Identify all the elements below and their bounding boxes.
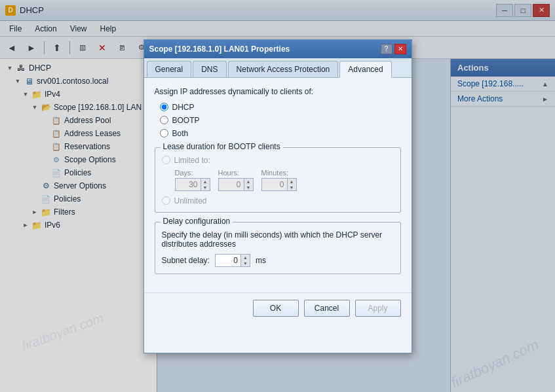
radio-both-input[interactable] (160, 129, 168, 137)
delay-row: Subnet delay: ▲ ▼ ms (162, 254, 394, 267)
radio-unlimited-label: Unlimited (174, 196, 207, 205)
radio-dhcp-input[interactable] (160, 103, 168, 111)
apply-button[interactable]: Apply (355, 300, 401, 317)
subnet-delay-up[interactable]: ▲ (241, 255, 250, 260)
subnet-delay-control: ▲ ▼ (215, 254, 250, 267)
radio-limited-input[interactable] (162, 156, 170, 164)
delay-group: Delay configuration Specify the delay (i… (155, 222, 401, 274)
spinner-minutes-btns: ▲ ▼ (288, 178, 297, 191)
spinner-days-down[interactable]: ▼ (201, 185, 210, 190)
spinner-days-label: Days: (175, 169, 210, 177)
spinner-days: Days: ▲ ▼ (175, 169, 210, 191)
radio-dhcp-label: DHCP (172, 103, 195, 112)
spinner-hours: Hours: ▲ ▼ (218, 169, 254, 191)
radio-unlimited-input[interactable] (162, 196, 170, 205)
radio-bootp-input[interactable] (160, 116, 168, 124)
radio-limited[interactable]: Limited to: (162, 156, 394, 165)
spinner-hours-label: Hours: (218, 169, 254, 177)
radio-limited-label: Limited to: (174, 156, 210, 165)
bootp-group: Lease duration for BOOTP clients Limited… (155, 147, 401, 213)
tab-nap[interactable]: Network Access Protection (228, 61, 339, 77)
dialog-title-controls[interactable]: ? ✕ (381, 44, 406, 54)
spinner-minutes-control: ▲ ▼ (261, 178, 297, 191)
dialog-title-bar: Scope [192.168.1.0] LAN01 Properties ? ✕ (144, 40, 411, 58)
dialog-overlay: Scope [192.168.1.0] LAN01 Properties ? ✕… (0, 0, 555, 392)
spinner-hours-up[interactable]: ▲ (244, 179, 253, 185)
spinner-days-btns: ▲ ▼ (201, 178, 210, 191)
ms-label: ms (256, 256, 266, 265)
spinner-days-control: ▲ ▼ (175, 178, 210, 191)
dialog-buttons: OK Cancel Apply (144, 293, 411, 326)
spinner-minutes-down[interactable]: ▼ (288, 185, 296, 190)
subnet-delay-input[interactable] (215, 254, 241, 267)
delay-desc: Specify the delay (in milli seconds) wit… (162, 230, 394, 249)
spinner-minutes: Minutes: ▲ ▼ (261, 169, 297, 191)
bootp-group-title: Lease duration for BOOTP clients (161, 142, 283, 151)
spinner-minutes-up[interactable]: ▲ (288, 179, 296, 185)
spinner-days-up[interactable]: ▲ (201, 179, 210, 185)
subnet-delay-btns: ▲ ▼ (241, 254, 250, 267)
dialog-desc: Assign IP addresses dynamically to clien… (155, 87, 401, 96)
radio-unlimited[interactable]: Unlimited (162, 196, 394, 205)
tab-dns[interactable]: DNS (193, 61, 226, 77)
spinner-minutes-label: Minutes: (261, 169, 297, 177)
spinner-hours-control: ▲ ▼ (218, 178, 254, 191)
dialog-close-button[interactable]: ✕ (394, 44, 406, 54)
spinner-hours-btns: ▲ ▼ (244, 178, 254, 191)
properties-dialog: Scope [192.168.1.0] LAN01 Properties ? ✕… (144, 39, 412, 353)
spinner-hours-down[interactable]: ▼ (244, 185, 253, 190)
tab-general[interactable]: General (147, 61, 192, 77)
subnet-delay-down[interactable]: ▼ (241, 260, 250, 266)
bootp-group-content: Limited to: Days: ▲ ▼ (162, 156, 394, 205)
delay-group-title: Delay configuration (161, 217, 233, 226)
subnet-delay-label: Subnet delay: (162, 256, 210, 265)
dialog-title: Scope [192.168.1.0] LAN01 Properties (149, 45, 290, 54)
spinner-days-input[interactable] (175, 178, 201, 191)
spinner-hours-input[interactable] (218, 178, 244, 191)
radio-bootp[interactable]: BOOTP (160, 116, 401, 125)
dialog-content: Assign IP addresses dynamically to clien… (144, 78, 411, 293)
ok-button[interactable]: OK (253, 300, 299, 317)
assign-radio-group: DHCP BOOTP Both (160, 103, 401, 138)
radio-both[interactable]: Both (160, 129, 401, 138)
radio-dhcp[interactable]: DHCP (160, 103, 401, 112)
dialog-help-button[interactable]: ? (381, 44, 392, 54)
dialog-tabs: General DNS Network Access Protection Ad… (144, 58, 411, 78)
delay-group-content: Specify the delay (in milli seconds) wit… (162, 230, 394, 267)
spinner-minutes-input[interactable] (261, 178, 288, 191)
radio-bootp-label: BOOTP (172, 116, 200, 125)
tab-advanced[interactable]: Advanced (339, 61, 391, 78)
cancel-button[interactable]: Cancel (304, 300, 350, 317)
radio-both-label: Both (172, 129, 189, 138)
spinners-row: Days: ▲ ▼ Hours: (175, 169, 394, 191)
